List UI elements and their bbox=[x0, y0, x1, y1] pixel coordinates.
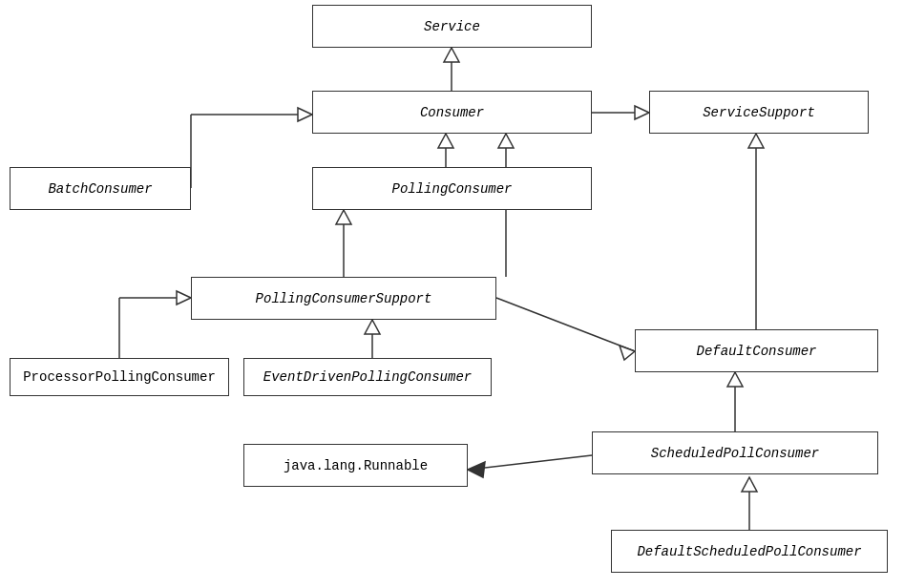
svg-marker-25 bbox=[742, 477, 757, 492]
service-label: Service bbox=[424, 19, 480, 34]
consumer-box: Consumer bbox=[312, 91, 592, 134]
svg-marker-11 bbox=[177, 291, 191, 304]
processor-polling-consumer-box: ProcessorPollingConsumer bbox=[10, 358, 229, 396]
polling-consumer-label: PollingConsumer bbox=[391, 181, 512, 197]
diagram-container: Service Consumer ServiceSupport BatchCon… bbox=[0, 0, 904, 588]
svg-marker-13 bbox=[498, 134, 514, 148]
java-runnable-label: java.lang.Runnable bbox=[284, 458, 428, 473]
svg-marker-8 bbox=[336, 210, 351, 224]
svg-line-22 bbox=[468, 455, 592, 470]
scheduled-poll-consumer-box: ScheduledPollConsumer bbox=[592, 431, 878, 474]
service-support-label: ServiceSupport bbox=[703, 105, 815, 120]
svg-marker-23 bbox=[468, 462, 485, 477]
svg-marker-21 bbox=[727, 372, 743, 387]
svg-marker-17 bbox=[748, 134, 764, 148]
event-driven-polling-consumer-box: EventDrivenPollingConsumer bbox=[243, 358, 492, 396]
svg-marker-1 bbox=[444, 48, 459, 62]
batch-consumer-box: BatchConsumer bbox=[10, 167, 191, 210]
java-runnable-box: java.lang.Runnable bbox=[243, 444, 468, 487]
svg-marker-27 bbox=[620, 346, 635, 360]
default-scheduled-poll-consumer-box: DefaultScheduledPollConsumer bbox=[611, 530, 888, 573]
processor-polling-consumer-label: ProcessorPollingConsumer bbox=[23, 369, 216, 385]
svg-line-26 bbox=[496, 298, 635, 351]
polling-consumer-support-box: PollingConsumerSupport bbox=[191, 277, 496, 320]
default-scheduled-poll-consumer-label: DefaultScheduledPollConsumer bbox=[637, 544, 861, 559]
svg-marker-19 bbox=[635, 106, 649, 119]
polling-consumer-box: PollingConsumer bbox=[312, 167, 592, 210]
service-box: Service bbox=[312, 5, 592, 48]
batch-consumer-label: BatchConsumer bbox=[48, 181, 152, 197]
service-support-box: ServiceSupport bbox=[649, 91, 869, 134]
default-consumer-box: DefaultConsumer bbox=[635, 329, 878, 372]
polling-consumer-support-label: PollingConsumerSupport bbox=[256, 291, 432, 306]
svg-marker-4 bbox=[298, 108, 312, 121]
svg-marker-15 bbox=[365, 320, 380, 334]
consumer-label: Consumer bbox=[420, 105, 484, 120]
default-consumer-label: DefaultConsumer bbox=[696, 344, 816, 359]
scheduled-poll-consumer-label: ScheduledPollConsumer bbox=[651, 446, 819, 461]
event-driven-polling-consumer-label: EventDrivenPollingConsumer bbox=[263, 369, 472, 385]
svg-marker-6 bbox=[438, 134, 453, 148]
